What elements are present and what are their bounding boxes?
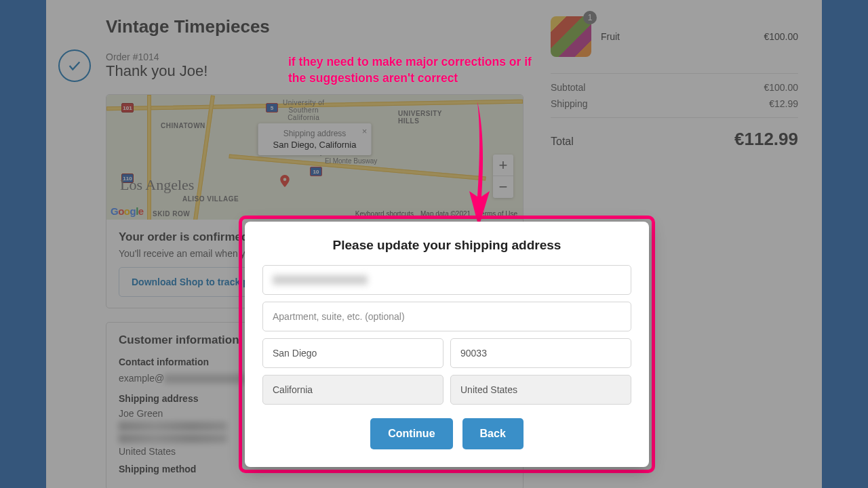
zip-field[interactable]: 90033 <box>450 338 631 368</box>
annotation-text: if they need to make major corrections o… <box>288 54 532 86</box>
city-field[interactable]: San Diego <box>262 338 443 368</box>
back-button[interactable]: Back <box>462 418 524 449</box>
continue-button[interactable]: Continue <box>370 418 452 449</box>
arrow-icon <box>467 102 494 227</box>
state-field[interactable]: California <box>262 375 443 405</box>
address-field[interactable] <box>262 265 631 295</box>
modal-highlight: Please update your shipping address Apar… <box>239 216 655 473</box>
apt-field[interactable]: Apartment, suite, etc. (optional) <box>262 302 631 331</box>
modal-title: Please update your shipping address <box>262 238 631 253</box>
shipping-modal: Please update your shipping address Apar… <box>245 222 649 467</box>
country-field[interactable]: United States <box>450 375 631 405</box>
